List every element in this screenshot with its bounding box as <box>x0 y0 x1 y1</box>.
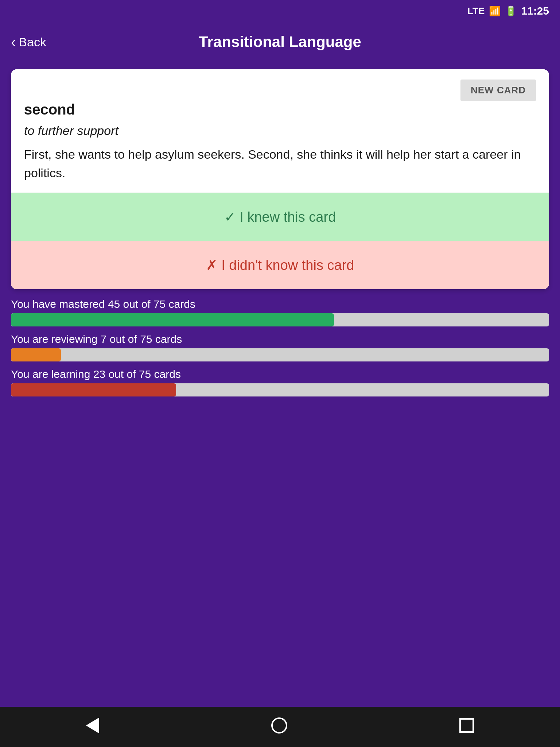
card-content: NEW CARD second to further support First… <box>11 69 549 193</box>
flashcard: NEW CARD second to further support First… <box>11 69 549 289</box>
progress-section: You have mastered 45 out of 75 cards You… <box>11 298 549 396</box>
nav-recent-button[interactable] <box>454 712 480 742</box>
nav-home-button[interactable] <box>265 712 293 743</box>
didnt-know-label: ✗ I didn't know this card <box>206 258 354 273</box>
learning-progress: You are learning 23 out of 75 cards <box>11 368 549 396</box>
main-content: NEW CARD second to further support First… <box>0 62 560 707</box>
signal-icon: 📶 <box>489 5 501 17</box>
card-phrase: to further support <box>24 124 536 138</box>
back-chevron-icon: ‹ <box>11 34 16 50</box>
mastered-bar-bg <box>11 313 549 326</box>
nav-back-button[interactable] <box>80 712 105 743</box>
knew-card-button[interactable]: ✓ I knew this card <box>11 193 549 241</box>
status-icons: LTE 📶 🔋 11:25 <box>467 5 549 17</box>
status-time: 11:25 <box>521 5 549 17</box>
recent-square-icon <box>459 718 474 733</box>
reviewing-bar-bg <box>11 348 549 361</box>
mastered-bar-fill <box>11 313 334 326</box>
status-bar: LTE 📶 🔋 11:25 <box>0 0 560 22</box>
back-button[interactable]: ‹ Back <box>11 34 46 50</box>
reviewing-label: You are reviewing 7 out of 75 cards <box>11 333 549 345</box>
back-label: Back <box>19 35 46 49</box>
learning-label: You are learning 23 out of 75 cards <box>11 368 549 380</box>
battery-icon: 🔋 <box>505 5 517 17</box>
mastered-progress: You have mastered 45 out of 75 cards <box>11 298 549 326</box>
home-circle-icon <box>271 717 287 734</box>
new-card-button[interactable]: NEW CARD <box>460 80 536 101</box>
header: ‹ Back Transitional Language <box>0 22 560 62</box>
lte-icon: LTE <box>467 5 485 17</box>
reviewing-bar-fill <box>11 348 61 361</box>
knew-card-label: ✓ I knew this card <box>224 209 336 225</box>
card-example: First, she wants to help asylum seekers.… <box>24 145 536 182</box>
mastered-label: You have mastered 45 out of 75 cards <box>11 298 549 310</box>
learning-bar-fill <box>11 383 176 396</box>
card-word: second <box>24 101 536 118</box>
back-triangle-icon <box>86 717 99 734</box>
learning-bar-bg <box>11 383 549 396</box>
bottom-nav <box>0 707 560 747</box>
reviewing-progress: You are reviewing 7 out of 75 cards <box>11 333 549 361</box>
page-title: Transitional Language <box>199 33 361 51</box>
didnt-know-button[interactable]: ✗ I didn't know this card <box>11 241 549 289</box>
